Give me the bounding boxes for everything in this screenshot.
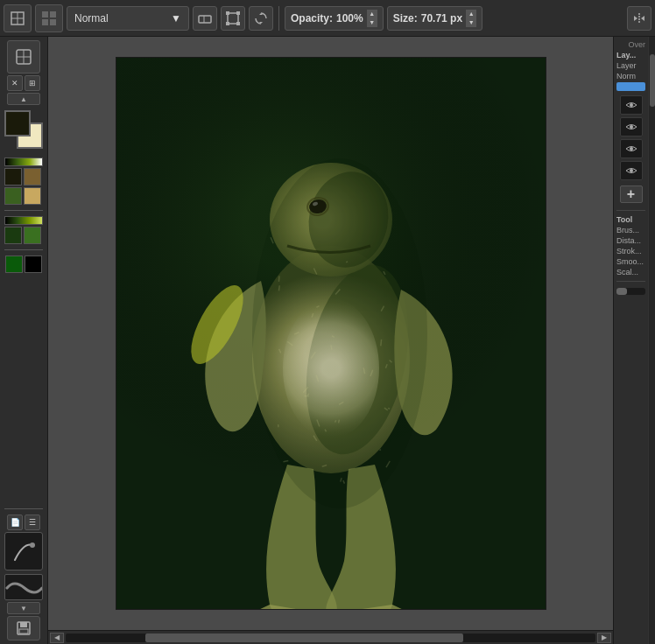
mirror-button[interactable] — [627, 6, 651, 31]
svg-rect-4 — [50, 11, 56, 18]
swatch-row-1 — [4, 168, 43, 186]
layer-list — [616, 94, 645, 181]
svg-rect-10 — [226, 11, 229, 15]
mini-icon-2[interactable]: ⊞ — [25, 75, 40, 91]
opacity-down[interactable]: ▼ — [367, 18, 377, 27]
left-sep-2 — [4, 249, 43, 250]
transform-button[interactable] — [221, 6, 245, 31]
scroll-right-btn[interactable]: ▶ — [597, 633, 611, 643]
brush-stroke-preview[interactable] — [4, 574, 43, 600]
opacity-control: Opacity: 100% ▲ ▼ — [285, 6, 384, 31]
svg-point-27 — [630, 169, 633, 172]
painting-canvas[interactable] — [116, 57, 546, 610]
right-panel-full: Over Lay... Layer Norm — [613, 37, 655, 644]
svg-point-20 — [30, 542, 35, 548]
tool-btn-2[interactable] — [35, 4, 63, 32]
svg-marker-15 — [634, 16, 637, 21]
opacity-up[interactable]: ▲ — [367, 10, 377, 18]
svg-point-25 — [630, 125, 633, 129]
separator-1 — [278, 6, 279, 31]
blend-mode-label: Normal — [74, 12, 109, 24]
fg-color-swatch[interactable] — [4, 110, 31, 136]
right-v-scrollbar-thumb[interactable] — [650, 54, 655, 107]
mini-page-icon[interactable]: 📄 — [7, 514, 23, 530]
main-area: ✕ ⊞ ▲ — [0, 37, 655, 644]
swatch-row-2 — [4, 187, 43, 205]
size-label: Size: — [393, 12, 418, 24]
svg-rect-3 — [42, 11, 48, 18]
layer-eye-4[interactable] — [620, 161, 643, 180]
swatch-green-dark[interactable] — [4, 187, 22, 205]
erase-button[interactable] — [193, 6, 217, 31]
brush-prop-label: Brus... — [616, 226, 645, 234]
right-divider-2 — [616, 281, 645, 282]
canvas-scroll-area — [48, 37, 613, 630]
smoo-prop-label: Smoo... — [616, 257, 645, 266]
scroll-left-btn[interactable]: ◀ — [50, 633, 64, 643]
right-divider-1 — [616, 210, 645, 211]
size-spinner[interactable]: ▲ ▼ — [466, 10, 476, 27]
layer-eye-3[interactable] — [620, 139, 643, 158]
left-sep-1 — [4, 210, 43, 211]
swatch-row-3 — [4, 227, 43, 244]
svg-rect-7 — [199, 16, 211, 23]
brush-preview[interactable] — [4, 532, 43, 570]
svg-rect-23 — [19, 629, 28, 634]
svg-marker-16 — [641, 16, 644, 21]
size-control: Size: 70.71 px ▲ ▼ — [387, 6, 482, 31]
svg-rect-12 — [226, 22, 229, 25]
tool-pointer[interactable] — [7, 40, 40, 74]
refresh-button[interactable] — [249, 6, 273, 31]
size-up[interactable]: ▲ — [466, 10, 476, 18]
swatch-black[interactable] — [25, 256, 42, 273]
mini-icons-row: ✕ ⊞ — [7, 75, 40, 91]
save-button[interactable] — [7, 616, 40, 640]
color-swatches — [4, 110, 43, 154]
right-v-scrollbar — [648, 37, 655, 644]
swatch-green-2[interactable] — [24, 227, 41, 244]
size-down[interactable]: ▼ — [466, 18, 476, 27]
scroll-up-btn[interactable]: ▲ — [7, 93, 40, 105]
h-scrollbar-track[interactable] — [66, 634, 595, 642]
left-panel: ✕ ⊞ ▲ — [0, 37, 48, 644]
size-value: 70.71 px — [421, 12, 462, 24]
tool-btn-1[interactable] — [4, 4, 32, 32]
h-scrollbar-thumb[interactable] — [145, 634, 463, 642]
layer-color-indicator — [616, 82, 645, 91]
svg-rect-13 — [236, 22, 240, 25]
svg-rect-6 — [50, 19, 56, 25]
swatch-set-special — [5, 256, 42, 273]
left-sep-3 — [4, 508, 43, 509]
dist-prop-label: Dista... — [616, 236, 645, 245]
blend-mode-dropdown[interactable]: Normal ▼ — [67, 6, 189, 31]
swatch-tan[interactable] — [24, 187, 41, 205]
layers-header: Lay... — [616, 51, 645, 60]
svg-rect-11 — [236, 11, 240, 15]
green-gradient-strip[interactable] — [4, 216, 43, 225]
layer-label: Layer — [616, 61, 645, 70]
tool-label: Tool — [616, 215, 645, 224]
svg-rect-22 — [20, 622, 27, 627]
mini-icon-1[interactable]: ✕ — [7, 75, 23, 91]
swatch-dark[interactable] — [4, 168, 22, 186]
swatch-bright-green[interactable] — [5, 256, 23, 273]
swatch-green-1[interactable] — [4, 227, 22, 244]
opacity-label: Opacity: — [291, 12, 333, 24]
scroll-down-btn[interactable]: ▼ — [7, 602, 40, 614]
swatch-brown[interactable] — [24, 168, 41, 186]
color-gradient-strip[interactable] — [4, 158, 43, 166]
canvas-container[interactable] — [116, 57, 546, 610]
svg-point-26 — [630, 147, 633, 150]
mini-icons-bottom: 📄 ☰ — [7, 514, 40, 530]
layer-eye-2[interactable] — [620, 117, 643, 136]
opacity-spinner[interactable]: ▲ ▼ — [367, 10, 377, 27]
layer-blend-label: Norm — [616, 72, 645, 80]
layer-eye-1[interactable] — [620, 95, 643, 115]
right-slider-track[interactable] — [616, 288, 645, 295]
right-slider-fill — [616, 288, 627, 295]
top-toolbar: Normal ▼ Opacity: 100% ▲ — [0, 0, 655, 37]
h-scrollbar: ◀ ▶ — [48, 630, 613, 644]
add-layer-button[interactable]: + — [620, 186, 643, 203]
scal-prop-label: Scal... — [616, 268, 645, 276]
mini-grid-icon[interactable]: ☰ — [25, 514, 40, 530]
